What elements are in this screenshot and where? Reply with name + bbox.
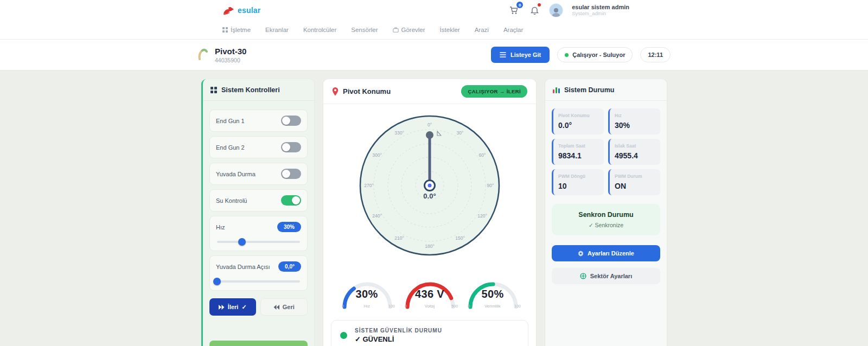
park-angle-slider[interactable]: [217, 280, 300, 283]
svg-text:180°: 180°: [425, 244, 435, 249]
park-stop-toggle[interactable]: [281, 169, 301, 179]
grid-icon: [210, 87, 217, 93]
nav-item-araclar[interactable]: Araçlar: [503, 27, 523, 33]
sector-settings-button[interactable]: Sektör Ayarları: [552, 268, 660, 284]
map-pin-icon: [332, 87, 339, 96]
svg-text:30°: 30°: [457, 130, 464, 136]
security-label: SİSTEM GÜVENLİK DURUMU: [355, 328, 442, 334]
edit-settings-button[interactable]: Ayarları Düzenle: [552, 245, 660, 261]
svg-text:300°: 300°: [372, 152, 382, 158]
nav-label: Görevler: [401, 27, 425, 33]
go-to-list-button[interactable]: Listeye Git: [491, 47, 550, 63]
page-title: Pivot-30: [215, 47, 246, 56]
panel-title: Sistem Durumu: [564, 86, 614, 94]
nav-label: Sensörler: [351, 27, 378, 33]
cart-button[interactable]: 0: [508, 4, 520, 16]
pivot-compass: 0°30°60°90°120°150°180°210°240°270°300°3…: [331, 104, 528, 271]
panel-title: Sistem Kontrolleri: [221, 86, 280, 94]
speed-gauge: 30% Hız 0 100: [335, 272, 398, 312]
nav-label: Kontrolcüler: [303, 27, 336, 33]
speed-slider[interactable]: [217, 241, 300, 243]
sector-pie-icon: [580, 273, 586, 279]
stat-pivot-position: Pivot Konumu 0.0°: [552, 108, 604, 134]
gauge-max: 100: [388, 304, 395, 308]
park-angle-value-badge: 0,0°: [278, 261, 301, 272]
nav-label: Ekranlar: [265, 27, 289, 33]
stat-speed: Hız 30%: [608, 108, 660, 134]
voltage-gauge: 436 V Voltaj 0 500: [398, 272, 461, 312]
nav-label: İstekler: [440, 27, 460, 33]
svg-text:210°: 210°: [394, 235, 404, 241]
top-header: esular 0: [0, 0, 868, 21]
nav-item-kontrolculer[interactable]: Kontrolcüler: [303, 27, 336, 33]
avatar[interactable]: [549, 3, 563, 17]
system-controls-panel: Sistem Kontrolleri End Gun 1 End Gun 2 Y…: [201, 79, 314, 346]
panel-title: Pivot Konumu: [343, 87, 391, 95]
slider-label: Hız: [216, 224, 225, 230]
toggle-label: Yuvada Durma: [216, 171, 256, 177]
slider-thumb[interactable]: [213, 278, 221, 285]
start-button[interactable]: Başlat: [209, 341, 308, 346]
gauges-row: 30% Hız 0 100 436 V Voltaj 0 500: [331, 272, 528, 312]
hamburger-icon: [500, 52, 506, 57]
sync-status-box: Senkron Durumu ✓ Senkronize: [552, 204, 660, 235]
stat-wet-hours: Islak Saat 4955.4: [608, 139, 660, 165]
forward-button[interactable]: İleri ✓: [209, 298, 256, 316]
user-name: esular sistem admin: [572, 4, 629, 11]
endgun1-toggle[interactable]: [281, 116, 301, 126]
water-control-toggle[interactable]: [281, 195, 301, 206]
sync-title: Senkron Durumu: [557, 211, 655, 219]
page-subtitle: 44035900: [215, 57, 246, 63]
svg-text:150°: 150°: [455, 235, 465, 241]
stats-grid: Pivot Konumu 0.0° Hız 30% Toplam Saat 98…: [552, 108, 660, 195]
cart-count-badge: 0: [516, 2, 523, 8]
svg-text:330°: 330°: [394, 130, 404, 136]
gauge-value: 30%: [335, 288, 398, 300]
gauge-value: 50%: [461, 288, 524, 300]
user-menu[interactable]: esular sistem admin System_admin: [572, 4, 629, 17]
bar-chart-icon: [553, 86, 560, 93]
sync-value: ✓ Senkronize: [557, 222, 655, 228]
nav-label: İşletme: [231, 27, 251, 33]
endgun2-toggle[interactable]: [281, 142, 301, 152]
current-angle-value: 0.0°: [423, 192, 436, 200]
speed-value-badge: 30%: [277, 222, 301, 232]
svg-text:120°: 120°: [477, 213, 487, 219]
park-stop-row: Yuvada Durma: [209, 163, 308, 185]
security-value: ✓ GÜVENLİ: [355, 335, 442, 343]
gear-icon: [578, 251, 584, 257]
bell-icon: [531, 6, 539, 15]
gauge-value: 436 V: [398, 288, 461, 300]
nav-item-gorevler[interactable]: Görevler: [393, 27, 425, 33]
main-content: Sistem Kontrolleri End Gun 1 End Gun 2 Y…: [0, 71, 868, 346]
toggle-label: End Gun 1: [216, 118, 245, 124]
slider-label: Yuvada Durma Açısı: [216, 264, 270, 270]
slider-thumb[interactable]: [238, 238, 246, 246]
svg-text:60°: 60°: [479, 152, 486, 158]
nav-item-isletme[interactable]: İşletme: [222, 27, 251, 33]
gauge-max: 100: [514, 304, 521, 308]
nav-label: Araçlar: [503, 27, 523, 33]
nav-label: Arazi: [475, 27, 489, 33]
notifications-button[interactable]: [528, 4, 540, 16]
nav-item-ekranlar[interactable]: Ekranlar: [265, 27, 289, 33]
brand-logo[interactable]: esular: [197, 6, 260, 15]
gauge-min: 0: [468, 304, 470, 308]
run-status-pill: Çalışıyor - Suluyor: [557, 47, 633, 62]
speed-slider-row: Hız 30%: [209, 216, 308, 251]
system-status-panel: Sistem Durumu Pivot Konumu 0.0° Hız 30% …: [545, 79, 667, 346]
running-direction-badge: ÇALIŞIYOR → İLERİ: [461, 85, 527, 98]
stat-pwm-cycle: PWM Döngü 10: [552, 169, 604, 195]
stat-total-hours: Toplam Saat 9834.1: [552, 139, 604, 165]
nav-item-arazi[interactable]: Arazi: [475, 27, 489, 33]
svg-text:240°: 240°: [372, 213, 382, 219]
security-status-dot: [340, 332, 347, 339]
back-button[interactable]: Geri: [260, 298, 308, 316]
fast-forward-icon: [219, 305, 225, 310]
security-status-card: SİSTEM GÜVENLİK DURUMU ✓ GÜVENLİ: [331, 320, 528, 346]
nav-item-sensorler[interactable]: Sensörler: [351, 27, 378, 33]
pivot-icon: [197, 48, 209, 61]
gauge-min: 0: [342, 304, 344, 308]
efficiency-gauge: 50% Verimlilik 0 100: [461, 272, 524, 312]
nav-item-istekler[interactable]: İstekler: [440, 27, 460, 33]
